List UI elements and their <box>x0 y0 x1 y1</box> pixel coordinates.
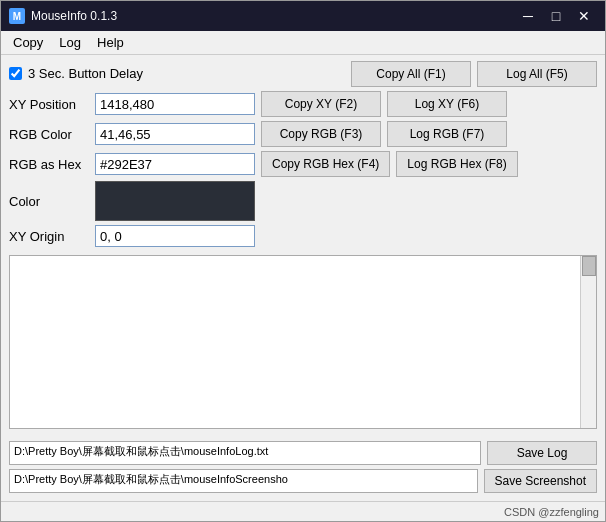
copy-all-button[interactable]: Copy All (F1) <box>351 61 471 87</box>
delay-checkbox[interactable] <box>9 67 22 80</box>
rgb-label: RGB Color <box>9 127 89 142</box>
save-screenshot-button[interactable]: Save Screenshot <box>484 469 597 493</box>
origin-row: XY Origin <box>9 225 597 247</box>
hex-row: RGB as Hex Copy RGB Hex (F4) Log RGB Hex… <box>9 151 597 177</box>
copy-xy-button[interactable]: Copy XY (F2) <box>261 91 381 117</box>
window-controls: ─ □ ✕ <box>515 5 597 27</box>
color-swatch <box>95 181 255 221</box>
origin-label: XY Origin <box>9 229 89 244</box>
color-label: Color <box>9 194 89 209</box>
xy-label: XY Position <box>9 97 89 112</box>
minimize-button[interactable]: ─ <box>515 5 541 27</box>
xy-input[interactable] <box>95 93 255 115</box>
app-icon: M <box>9 8 25 24</box>
copy-rgb-hex-button[interactable]: Copy RGB Hex (F4) <box>261 151 390 177</box>
scrollbar-track[interactable] <box>580 256 596 428</box>
screenshot-path-display: D:\Pretty Boy\屏幕截取和鼠标点击\mouseInfoScreens… <box>9 469 478 493</box>
log-xy-button[interactable]: Log XY (F6) <box>387 91 507 117</box>
hex-label: RGB as Hex <box>9 157 89 172</box>
log-file-row: D:\Pretty Boy\屏幕截取和鼠标点击\mouseInfoLog.txt… <box>9 441 597 465</box>
copy-rgb-button[interactable]: Copy RGB (F3) <box>261 121 381 147</box>
hex-input[interactable] <box>95 153 255 175</box>
menu-log[interactable]: Log <box>51 33 89 52</box>
close-button[interactable]: ✕ <box>571 5 597 27</box>
log-rgb-hex-button[interactable]: Log RGB Hex (F8) <box>396 151 517 177</box>
save-log-button[interactable]: Save Log <box>487 441 597 465</box>
log-rgb-button[interactable]: Log RGB (F7) <box>387 121 507 147</box>
title-bar: M MouseInfo 0.1.3 ─ □ ✕ <box>1 1 605 31</box>
maximize-button[interactable]: □ <box>543 5 569 27</box>
color-row: Color <box>9 181 597 221</box>
main-content: 3 Sec. Button Delay Copy All (F1) Log Al… <box>1 55 605 501</box>
log-path-display: D:\Pretty Boy\屏幕截取和鼠标点击\mouseInfoLog.txt <box>9 441 481 465</box>
status-text: CSDN @zzfengling <box>504 506 599 518</box>
window-title: MouseInfo 0.1.3 <box>31 9 515 23</box>
screenshot-file-row: D:\Pretty Boy\屏幕截取和鼠标点击\mouseInfoScreens… <box>9 469 597 493</box>
menu-help[interactable]: Help <box>89 33 132 52</box>
log-all-button[interactable]: Log All (F5) <box>477 61 597 87</box>
rgb-input[interactable] <box>95 123 255 145</box>
top-row: 3 Sec. Button Delay Copy All (F1) Log Al… <box>9 61 597 87</box>
menu-bar: Copy Log Help <box>1 31 605 55</box>
menu-copy[interactable]: Copy <box>5 33 51 52</box>
rgb-row: RGB Color Copy RGB (F3) Log RGB (F7) <box>9 121 597 147</box>
delay-label: 3 Sec. Button Delay <box>28 66 143 81</box>
origin-input[interactable] <box>95 225 255 247</box>
log-area[interactable] <box>9 255 597 429</box>
app-window: M MouseInfo 0.1.3 ─ □ ✕ Copy Log Help 3 … <box>0 0 606 522</box>
app-icon-letter: M <box>13 11 21 22</box>
scrollbar-thumb[interactable] <box>582 256 596 276</box>
checkbox-row: 3 Sec. Button Delay <box>9 66 345 81</box>
bottom-section: D:\Pretty Boy\屏幕截取和鼠标点击\mouseInfoLog.txt… <box>9 437 597 495</box>
status-bar: CSDN @zzfengling <box>1 501 605 521</box>
xy-row: XY Position Copy XY (F2) Log XY (F6) <box>9 91 597 117</box>
